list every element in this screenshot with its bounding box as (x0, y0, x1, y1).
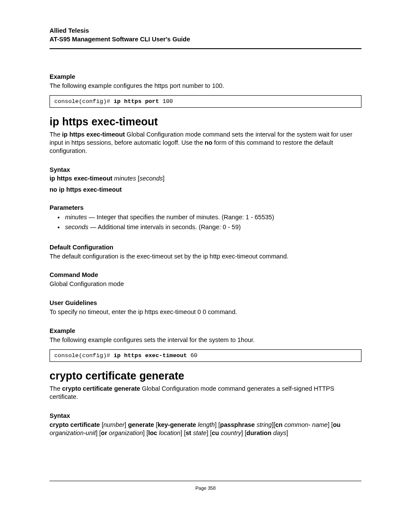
syntax2-heading: Syntax (50, 412, 361, 419)
default-config-desc: The default configuration is the exec-ti… (50, 252, 361, 261)
cmd1-title: ip https exec-timeout (50, 115, 361, 128)
example2-desc: The following example configures sets th… (50, 336, 361, 344)
user-guidelines-heading: User Guidelines (50, 299, 361, 306)
doc-header: Allied Telesis AT-S95 Management Softwar… (50, 27, 361, 44)
example2-heading: Example (50, 327, 361, 334)
footer-rule (50, 481, 361, 481)
code-cmd: ip https port (114, 98, 159, 105)
default-config-heading: Default Configuration (50, 244, 361, 251)
page-footer: Page 358 (50, 481, 361, 491)
cmd2-title: crypto certificate generate (50, 370, 361, 382)
parameters-heading: Parameters (50, 204, 361, 211)
syntax2-line: crypto certificate [number] generate [ke… (50, 421, 361, 438)
code-box-1: console(config)# ip https port 100 (50, 95, 361, 108)
command-mode-heading: Command Mode (50, 271, 361, 278)
example-heading: Example (50, 73, 361, 80)
syntax-line-1: ip https exec-timeout minutes [seconds] (50, 175, 361, 182)
header-line-1: Allied Telesis (50, 27, 361, 35)
code-prompt: console(config)# (54, 98, 114, 105)
parameters-list: minutes — Integer that specifies the num… (50, 213, 361, 232)
code-arg: 100 (159, 98, 173, 105)
param-item: seconds — Additional time intervals in s… (64, 223, 361, 232)
code-cmd: ip https exec-timeout (114, 352, 187, 359)
cmd2-desc: The crypto certificate generate Global C… (50, 385, 361, 401)
page-number: Page 358 (50, 485, 361, 491)
param-item: minutes — Integer that specifies the num… (64, 213, 361, 222)
syntax-line-2: no ip https exec-timeout (50, 186, 361, 193)
code-prompt: console(config)# (54, 352, 114, 359)
code-box-2: console(config)# ip https exec-timeout 6… (50, 349, 361, 362)
example-desc: The following example configures the htt… (50, 82, 361, 90)
code-arg: 60 (187, 352, 197, 359)
syntax-heading: Syntax (50, 166, 361, 173)
user-guidelines-desc: To specify no timeout, enter the ip http… (50, 308, 361, 316)
command-mode-desc: Global Configuration mode (50, 280, 361, 288)
cmd1-desc: The ip https exec-timeout Global Configu… (50, 131, 361, 155)
header-line-2: AT-S95 Management Software CLI User's Gu… (50, 35, 361, 44)
document-page: Allied Telesis AT-S95 Management Softwar… (0, 0, 411, 532)
